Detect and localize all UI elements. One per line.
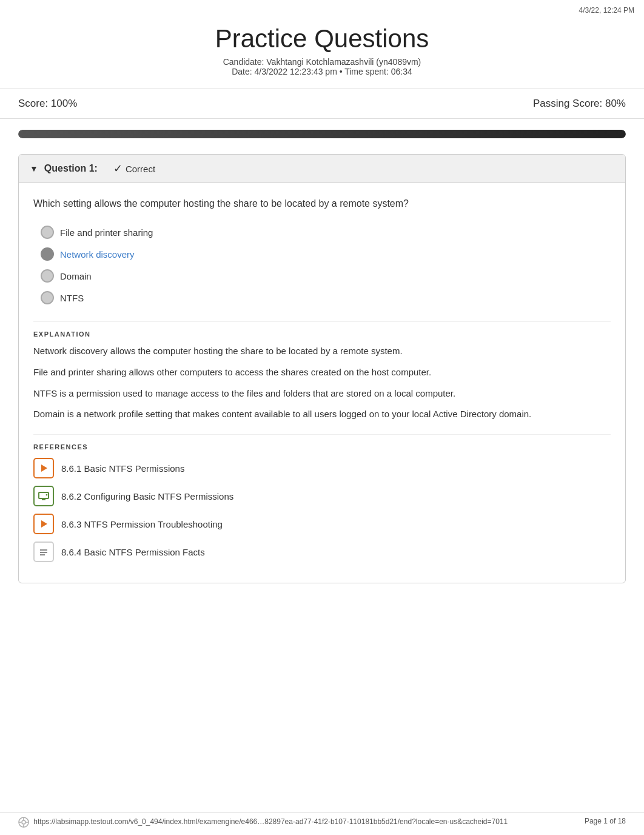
svg-marker-0 — [41, 464, 47, 472]
ref-text-2: 8.6.2 Configuring Basic NTFS Permissions — [61, 491, 233, 501]
page-title: Practice Questions — [12, 24, 632, 53]
ref-item-2[interactable]: 8.6.2 Configuring Basic NTFS Permissions — [33, 486, 611, 506]
toggle-icon[interactable]: ▼ — [30, 164, 38, 173]
question-label: Question 1: — [44, 163, 98, 174]
question-header: ▼ Question 1: ✓ Correct — [19, 155, 625, 183]
correct-status: ✓ Correct — [113, 162, 155, 175]
status-label: Correct — [126, 164, 155, 174]
progress-bar-background — [18, 130, 626, 138]
references-label: REFERENCES — [33, 443, 611, 451]
ref-text-4: 8.6.4 Basic NTFS Permission Facts — [61, 547, 205, 557]
option-text-1: File and printer sharing — [60, 227, 153, 238]
ref-item-3[interactable]: 8.6.3 NTFS Permission Troubleshooting — [33, 514, 611, 534]
settings-icon — [18, 817, 29, 828]
doc-icon-4 — [33, 542, 54, 562]
check-icon: ✓ — [113, 162, 122, 175]
radio-4 — [41, 291, 54, 304]
explanation-para-4: Domain is a network profile setting that… — [33, 407, 611, 422]
timestamp: 4/3/22, 12:24 PM — [579, 6, 634, 15]
video-icon-3 — [33, 514, 54, 534]
answer-option-1[interactable]: File and printer sharing — [33, 222, 611, 243]
question-card: ▼ Question 1: ✓ Correct Which setting al… — [18, 154, 626, 583]
page-number: Page 1 of 18 — [585, 817, 626, 828]
page-footer: https://labsimapp.testout.com/v6_0_494/i… — [0, 813, 644, 828]
score-bar: Score: 100% Passing Score: 80% — [0, 89, 644, 119]
answer-option-2[interactable]: Network discovery — [33, 244, 611, 264]
passing-score: Passing Score: 80% — [533, 98, 626, 110]
ref-item-4[interactable]: 8.6.4 Basic NTFS Permission Facts — [33, 542, 611, 562]
references-section: REFERENCES 8.6.1 Basic NTFS Permissions — [33, 434, 611, 562]
radio-1 — [41, 226, 54, 239]
radio-3 — [41, 269, 54, 283]
option-text-2: Network discovery — [60, 249, 135, 260]
screen-icon-2 — [33, 486, 54, 506]
progress-container — [0, 125, 644, 143]
svg-marker-6 — [41, 520, 47, 528]
explanation-section: EXPLANATION Network discovery allows the… — [33, 321, 611, 422]
ref-text-1: 8.6.1 Basic NTFS Permissions — [61, 463, 184, 474]
progress-bar-fill — [18, 130, 626, 138]
explanation-para-3: NTFS is a permission used to manage acce… — [33, 386, 611, 401]
option-text-4: NTFS — [60, 293, 84, 303]
footer-url: https://labsimapp.testout.com/v6_0_494/i… — [18, 817, 508, 828]
radio-2 — [41, 247, 54, 261]
ref-item-1[interactable]: 8.6.1 Basic NTFS Permissions — [33, 458, 611, 478]
option-text-3: Domain — [60, 271, 92, 281]
page-header: Practice Questions Candidate: Vakhtangi … — [0, 0, 644, 82]
ref-text-3: 8.6.3 NTFS Permission Troubleshooting — [61, 519, 223, 529]
explanation-para-2: File and printer sharing allows other co… — [33, 365, 611, 380]
question-body: Which setting allows the computer hostin… — [19, 183, 625, 583]
answer-option-4[interactable]: NTFS — [33, 287, 611, 308]
explanation-label: EXPLANATION — [33, 330, 611, 338]
score-value: Score: 100% — [18, 98, 77, 110]
answer-option-3[interactable]: Domain — [33, 266, 611, 286]
date-info: Date: 4/3/2022 12:23:43 pm • Time spent:… — [12, 67, 632, 76]
question-text: Which setting allows the computer hostin… — [33, 196, 611, 211]
candidate-info: Candidate: Vakhtangi Kotchlamazashvili (… — [12, 57, 632, 67]
explanation-para-1: Network discovery allows the computer ho… — [33, 344, 611, 359]
video-icon-1 — [33, 458, 54, 478]
svg-point-11 — [22, 820, 25, 824]
